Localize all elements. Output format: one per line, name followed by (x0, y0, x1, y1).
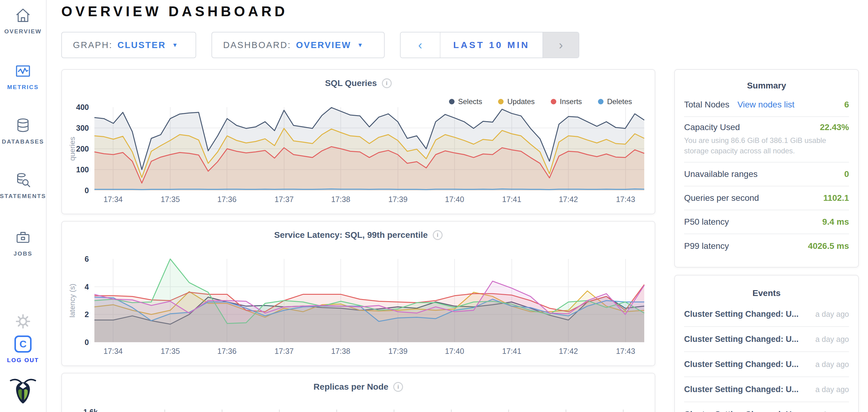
settings-gear[interactable] (0, 313, 46, 330)
svg-text:17:39: 17:39 (388, 195, 408, 204)
sidebar-item-label: OVERVIEW (4, 28, 42, 35)
svg-text:300: 300 (76, 124, 89, 132)
event-row[interactable]: Cluster Setting Changed: U... a day ago (684, 402, 849, 412)
sidebar-item-overview[interactable]: OVERVIEW (0, 7, 46, 35)
svg-text:17:38: 17:38 (331, 195, 350, 204)
logout-label: LOG OUT (7, 357, 39, 364)
p99-value: 4026.5 ms (808, 241, 849, 251)
sidebar-item-label: JOBS (13, 250, 32, 257)
sidebar-item-label: DATABASES (2, 138, 44, 145)
svg-text:0: 0 (85, 186, 89, 195)
qps-label: Queries per second (684, 193, 759, 203)
event-time: a day ago (815, 385, 849, 394)
home-icon (14, 7, 32, 24)
sidebar-item-label: STATEMENTS (0, 193, 46, 200)
summary-panel: Summary Total Nodes View nodes list 6 Ca… (674, 69, 859, 268)
service-latency-card: Service Latency: SQL, 99th percentile i … (61, 221, 655, 366)
info-icon[interactable]: i (433, 230, 442, 240)
svg-text:17:40: 17:40 (445, 347, 464, 355)
event-time: a day ago (815, 410, 849, 412)
event-title: Cluster Setting Changed: U... (684, 359, 799, 369)
event-row[interactable]: Cluster Setting Changed: U... a day ago (684, 302, 849, 327)
dashboard-dropdown-label: DASHBOARD: (223, 40, 291, 50)
summary-title: Summary (684, 81, 849, 91)
graph-dropdown-label: GRAPH: (73, 40, 113, 50)
graph-dropdown-value: CLUSTER (117, 40, 166, 50)
event-row[interactable]: Cluster Setting Changed: U... a day ago (684, 377, 849, 402)
sidebar-item-statements[interactable]: STATEMENTS (0, 171, 46, 200)
sql-queries-card: SQL Queries i Selects Updates Inserts De… (61, 69, 655, 214)
chart-title: SQL Queries (325, 78, 377, 88)
sidebar: OVERVIEW METRICS DATABASES (0, 0, 46, 412)
time-next-button[interactable]: › (542, 32, 579, 58)
p50-value: 9.4 ms (822, 217, 849, 227)
svg-text:17:42: 17:42 (559, 347, 578, 355)
statements-icon (14, 171, 32, 188)
svg-text:2: 2 (85, 310, 89, 319)
svg-text:17:41: 17:41 (502, 347, 521, 355)
gridline-hint (108, 410, 643, 412)
time-prev-button[interactable]: ‹ (401, 32, 440, 58)
svg-text:17:39: 17:39 (388, 347, 408, 355)
svg-text:17:37: 17:37 (275, 195, 294, 204)
sidebar-item-jobs[interactable]: JOBS (0, 229, 46, 257)
svg-text:17:43: 17:43 (616, 347, 636, 355)
sidebar-item-databases[interactable]: DATABASES (0, 117, 46, 145)
chart-title: Replicas per Node (314, 382, 388, 392)
svg-text:17:36: 17:36 (217, 347, 237, 355)
svg-text:17:37: 17:37 (275, 347, 294, 355)
event-row[interactable]: Cluster Setting Changed: U... a day ago (684, 327, 849, 352)
unavailable-value: 0 (844, 169, 849, 179)
event-title: Cluster Setting Changed: U... (684, 335, 799, 344)
summary-row-total-nodes: Total Nodes View nodes list 6 (684, 93, 849, 117)
time-window-control: ‹ LAST 10 MIN › (400, 32, 579, 58)
page-title: OVERVIEW DASHBOARD (61, 3, 288, 20)
events-panel: Events Cluster Setting Changed: U... a d… (674, 275, 859, 412)
view-nodes-link[interactable]: View nodes list (738, 100, 795, 110)
event-title: Cluster Setting Changed: U... (684, 309, 799, 319)
capacity-label: Capacity Used (684, 123, 740, 132)
sql-plot: 17:3417:3517:3617:3717:3817:3917:4017:41… (67, 104, 648, 205)
database-icon (14, 117, 32, 134)
legend-dot (498, 99, 503, 104)
legend-dot (598, 99, 603, 104)
sidebar-item-label: METRICS (7, 84, 39, 91)
sidebar-item-metrics[interactable]: METRICS (0, 63, 46, 91)
briefcase-icon (14, 229, 32, 246)
svg-text:17:36: 17:36 (217, 195, 237, 204)
graph-dropdown[interactable]: GRAPH: CLUSTER ▾ (61, 32, 196, 58)
y-tick-label: 1.6k (83, 408, 98, 412)
logout-c-glyph: C (19, 339, 26, 350)
svg-text:17:40: 17:40 (445, 195, 464, 204)
svg-text:17:43: 17:43 (616, 195, 636, 204)
svg-text:17:41: 17:41 (502, 195, 521, 204)
svg-text:17:35: 17:35 (161, 195, 180, 204)
event-time: a day ago (815, 335, 849, 344)
svg-text:17:35: 17:35 (161, 347, 180, 355)
chevron-down-icon: ▾ (359, 41, 363, 49)
event-title: Cluster Setting Changed: U... (684, 385, 799, 394)
time-range-button[interactable]: LAST 10 MIN (440, 32, 542, 58)
qps-value: 1102.1 (823, 193, 849, 203)
gear-icon (14, 313, 32, 330)
info-icon[interactable]: i (393, 382, 403, 392)
legend-dot (449, 99, 455, 104)
svg-text:latency (s): latency (s) (68, 284, 76, 318)
svg-text:queries: queries (68, 137, 76, 161)
logout-button[interactable]: C LOG OUT (0, 336, 46, 364)
unavailable-label: Unavailable ranges (684, 169, 758, 179)
dashboard-dropdown[interactable]: DASHBOARD: OVERVIEW ▾ (212, 32, 385, 58)
cockroachdb-logo (0, 376, 46, 405)
event-time: a day ago (815, 360, 849, 369)
capacity-subtext: You are using 86.6 GiB of 386.1 GiB usab… (684, 135, 849, 156)
event-row[interactable]: Cluster Setting Changed: U... a day ago (684, 352, 849, 377)
svg-text:6: 6 (85, 256, 89, 263)
total-nodes-value: 6 (844, 100, 849, 110)
summary-row-unavailable: Unavailable ranges 0 (684, 163, 849, 186)
svg-text:17:34: 17:34 (103, 347, 123, 355)
logout-icon: C (14, 336, 32, 353)
svg-text:17:42: 17:42 (559, 195, 578, 204)
info-icon[interactable]: i (382, 78, 392, 88)
chevron-down-icon: ▾ (173, 41, 178, 49)
svg-text:200: 200 (76, 144, 89, 153)
